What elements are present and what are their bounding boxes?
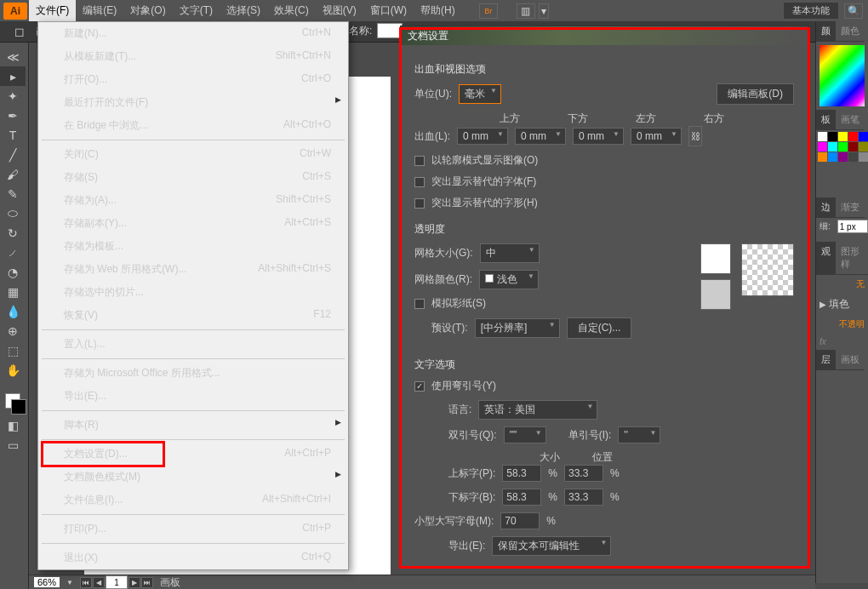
swatch-grid[interactable] [816, 130, 868, 163]
export-select[interactable]: 保留文本可编辑性 [492, 536, 611, 556]
bridge-button[interactable]: Br [479, 3, 498, 19]
panel-tab-appearance[interactable]: 观 [816, 242, 836, 275]
menu-item[interactable]: 恢复(V)F12 [38, 304, 348, 327]
menu-item[interactable]: 存储为(A)...Shift+Ctrl+S [38, 189, 348, 212]
artboard-tool[interactable]: ⬚ [0, 340, 26, 360]
bleed-bottom-input[interactable]: 0 mm [515, 128, 566, 145]
next-page-button[interactable]: ▶ [128, 577, 140, 588]
shape-builder-tool[interactable]: ◔ [0, 262, 26, 282]
edit-artboard-button[interactable]: 编辑画板(D) [717, 83, 794, 105]
color-spectrum[interactable] [819, 45, 865, 106]
menu-item[interactable]: 关闭(C)Ctrl+W [38, 143, 348, 166]
menu-type[interactable]: 文字(T) [173, 0, 220, 21]
dquote-select[interactable]: "" [504, 426, 546, 443]
prev-page-button[interactable]: ◀ [93, 577, 105, 588]
rotate-tool[interactable]: ↻ [0, 223, 26, 243]
screen-mode-icon[interactable]: ▭ [0, 435, 26, 455]
zoom-level[interactable]: 66% [34, 577, 60, 587]
draw-mode-icon[interactable]: ◧ [0, 415, 26, 435]
subscript-size-input[interactable] [502, 489, 541, 506]
highlight-font-checkbox[interactable] [414, 177, 425, 187]
bleed-left-input[interactable]: 0 mm [573, 128, 624, 145]
menu-item[interactable]: 存储为 Web 所用格式(W)...Alt+Shift+Ctrl+S [38, 258, 348, 281]
curly-quotes-checkbox[interactable] [414, 381, 425, 392]
width-tool[interactable]: ⟋ [0, 243, 26, 262]
menu-window[interactable]: 窗口(W) [363, 0, 414, 21]
menu-item[interactable]: 存储(S)Ctrl+S [38, 166, 348, 189]
panel-tab-stroke[interactable]: 边 [816, 197, 836, 218]
menu-view[interactable]: 视图(V) [316, 0, 363, 21]
menu-item[interactable]: 存储为模板... [38, 235, 348, 258]
menu-item[interactable]: 从模板新建(T)...Shift+Ctrl+N [38, 45, 348, 68]
menu-item[interactable]: 打印(P)...Ctrl+P [38, 518, 348, 540]
menu-effect[interactable]: 效果(C) [267, 0, 316, 21]
opacity-label[interactable]: 不透明 [816, 315, 868, 334]
gradient-tool[interactable]: ▦ [0, 282, 26, 301]
menu-item[interactable]: 打开(O)...Ctrl+O [38, 68, 348, 91]
menu-object[interactable]: 对象(O) [123, 0, 172, 21]
menu-file[interactable]: 文件(F) [29, 0, 76, 21]
fx-label[interactable]: fx [816, 334, 868, 350]
highlight-glyph-checkbox[interactable] [414, 198, 425, 209]
menu-edit[interactable]: 编辑(E) [76, 0, 123, 21]
subscript-pos-input[interactable] [564, 489, 603, 506]
pen-tool[interactable]: ✒ [0, 106, 26, 125]
brush-tool[interactable]: 🖌 [0, 164, 26, 184]
panel-tab-layers[interactable]: 层 [816, 350, 836, 370]
menu-item[interactable]: 存储为 Microsoft Office 所用格式... [38, 362, 348, 385]
selection-tool[interactable]: ▸ [0, 66, 26, 86]
panel-tab-artboards[interactable]: 画板 [836, 350, 865, 370]
menu-item[interactable]: 存储副本(Y)...Alt+Ctrl+S [38, 212, 348, 235]
line-tool[interactable]: ╱ [0, 145, 26, 164]
grid-color-select[interactable]: 浅色 [479, 270, 539, 289]
menu-item[interactable]: 文件信息(I)...Alt+Shift+Ctrl+I [38, 489, 348, 512]
hand-tool[interactable]: ✋ [0, 360, 26, 380]
menu-item[interactable]: 文档颜色模式(M) [38, 466, 348, 489]
custom-button[interactable]: 自定(C)... [567, 317, 632, 339]
workspace-switcher[interactable]: 基本功能 [783, 2, 839, 20]
page-input[interactable] [106, 575, 128, 589]
menu-item[interactable]: 新建(N)...Ctrl+N [38, 22, 348, 45]
menu-item[interactable]: 最近打开的文件(F) [38, 91, 348, 114]
panel-tab-graphic-styles[interactable]: 图形样 [836, 242, 868, 275]
smallcaps-input[interactable] [500, 512, 540, 529]
type-tool[interactable]: T [0, 125, 26, 145]
panel-tab-swatches[interactable]: 板 [816, 110, 836, 130]
menu-help[interactable]: 帮助(H) [414, 0, 462, 21]
layout-button[interactable]: ▥ [517, 3, 535, 19]
panel-tab-color[interactable]: 颜 [816, 21, 836, 42]
superscript-size-input[interactable] [502, 465, 541, 482]
menu-item[interactable]: 置入(L)... [38, 333, 348, 356]
bleed-top-input[interactable]: 0 mm [457, 128, 508, 145]
preset-select[interactable]: [中分辨率] [475, 318, 560, 338]
last-page-button[interactable]: ⏭ [141, 577, 153, 588]
squote-select[interactable]: '' [618, 426, 660, 443]
menu-item[interactable]: 导出(E)... [38, 385, 348, 408]
fill-stroke-swatch[interactable] [0, 386, 26, 415]
menu-item[interactable]: 存储选中的切片... [38, 281, 348, 304]
menu-item[interactable]: 退出(X)Ctrl+Q [38, 546, 348, 569]
first-page-button[interactable]: ⏮ [80, 577, 92, 588]
menu-item[interactable]: 在 Bridge 中浏览...Alt+Ctrl+O [38, 114, 348, 137]
link-bleed-icon[interactable]: ⛓ [688, 126, 702, 146]
language-select[interactable]: 英语：美国 [478, 400, 597, 420]
panel-tab-brushes[interactable]: 画笔 [836, 110, 865, 130]
name-field[interactable] [377, 23, 403, 38]
fill-row[interactable]: ▶ 填色 [816, 294, 868, 315]
simulate-paper-checkbox[interactable] [414, 299, 425, 309]
stroke-width-input[interactable] [837, 220, 868, 233]
unit-select[interactable]: 毫米 [459, 84, 501, 104]
menu-item[interactable]: 脚本(R) [38, 414, 348, 437]
panel-tab-color2[interactable]: 颜色 [836, 21, 865, 42]
magic-wand-tool[interactable]: ✦ [0, 86, 26, 106]
swatch-gray[interactable] [700, 279, 731, 310]
symbol-tool[interactable]: ⊕ [0, 321, 26, 340]
pencil-tool[interactable]: ✎ [0, 184, 26, 203]
search-icon[interactable]: 🔍 [844, 3, 863, 19]
collapse-icon[interactable]: ≪ [0, 47, 26, 66]
bleed-right-input[interactable]: 0 mm [631, 128, 682, 145]
blob-tool[interactable]: ⬭ [0, 203, 26, 223]
panel-tab-gradient[interactable]: 渐变 [836, 197, 865, 218]
menu-select[interactable]: 选择(S) [220, 0, 267, 21]
layout-dropdown[interactable]: ▾ [539, 3, 549, 19]
